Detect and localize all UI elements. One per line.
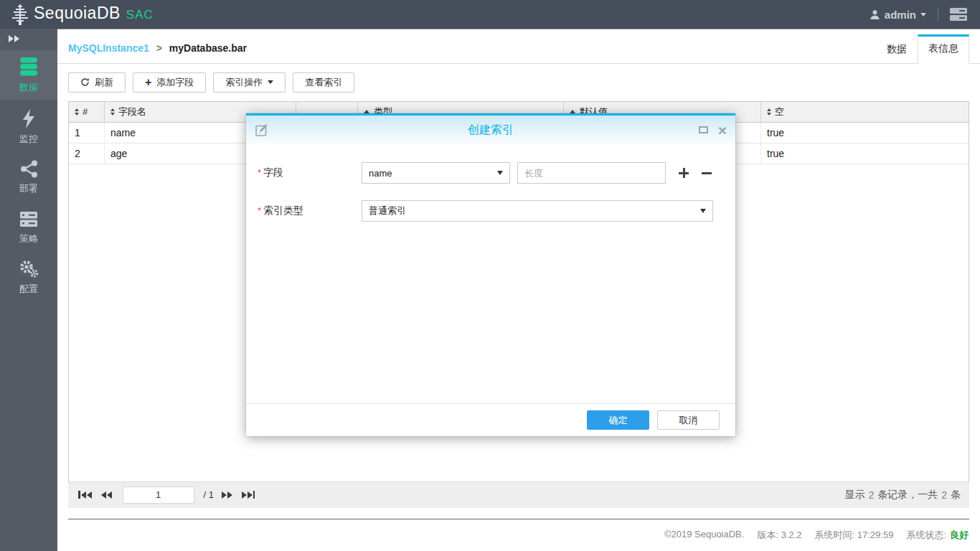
username: admin [885,9,916,21]
brand-logo[interactable]: SequoiaDB SAC [10,4,154,25]
breadcrumb-table-name: myDatabase.bar [169,42,247,54]
remove-row-icon[interactable] [702,168,712,178]
system-status-label: 系统状态: [906,529,946,542]
chevron-down-icon [497,171,503,175]
breadcrumb: MySQLInstance1 > myDatabase.bar [68,42,247,63]
user-icon [870,9,880,20]
required-mark: * [258,205,261,216]
field-label: *字段 [258,166,362,179]
system-status-value: 良好 [950,529,969,542]
brand-suffix: SAC [126,8,154,22]
sort-icon [75,108,79,116]
dialog-header[interactable]: 创建索引 × [246,116,735,144]
field-label: *索引类型 [258,204,362,217]
add-row-icon[interactable] [679,168,689,178]
field-row: *索引类型 普通索引 [258,200,724,222]
required-mark: * [258,167,261,178]
sidebar-item-label: 配置 [19,283,38,296]
ok-button[interactable]: 确定 [587,410,649,430]
first-page-button[interactable] [77,489,93,500]
chevron-down-icon [268,80,273,84]
chevron-down-icon [920,13,926,17]
sidebar: 数据 监控 部署 [0,29,57,551]
length-input[interactable] [517,162,666,184]
total-pages-label: / 1 [204,489,214,500]
system-time-text: 系统时间: 17:29:59 [815,529,894,542]
refresh-button[interactable]: 刷新 [68,72,126,93]
gears-icon [19,260,39,278]
cell-null: true [761,143,969,164]
index-operations-dropdown[interactable]: 索引操作 [213,72,286,93]
breadcrumb-separator: > [156,42,162,54]
sidebar-item-label: 数据 [19,81,38,94]
sidebar-item-data[interactable]: 数据 [0,50,57,100]
view-index-button[interactable]: 查看索引 [293,72,354,93]
divider [938,8,938,21]
top-bar: SequoiaDB SAC admin [0,0,980,29]
select-value: name [369,168,392,179]
plus-icon: + [145,77,151,88]
summary-count: 2 [868,489,874,501]
sidebar-item-label: 部署 [19,182,38,195]
sort-icon [110,108,115,116]
view-tabs: 数据 表信息 [876,34,969,64]
summary-total: 2 [941,489,947,501]
brand-name: SequoiaDB [34,4,121,23]
chevron-down-icon [700,209,706,213]
sort-icon [767,108,771,116]
tab-table-info[interactable]: 表信息 [918,34,969,64]
tab-data[interactable]: 数据 [876,34,918,64]
lightning-icon [21,109,37,128]
select-value: 普通索引 [369,204,406,217]
summary-text: 显示 [844,489,864,501]
column-header-null[interactable]: 空 [761,102,969,122]
refresh-label: 刷新 [95,76,113,89]
index-type-select[interactable]: 普通索引 [362,200,713,222]
version-text: 版本: 3.2.2 [757,529,801,542]
host-list-icon[interactable] [950,8,967,21]
page-footer: ©2019 SequoiaDB. 版本: 3.2.2 系统时间: 17:29:5… [57,519,980,551]
sidebar-item-monitor[interactable]: 监控 [0,103,57,151]
user-menu[interactable]: admin [870,9,926,21]
chevron-right-icon [9,35,14,42]
copyright-text: ©2019 SequoiaDB. [664,529,745,542]
dialog-title: 创建索引 [246,123,735,138]
cancel-button[interactable]: 取消 [657,410,720,430]
restore-window-icon[interactable] [699,126,708,133]
cell-num: 1 [69,123,105,143]
field-label-text: 索引类型 [263,204,303,216]
next-page-button[interactable] [220,490,234,500]
server-stack-icon [19,210,38,228]
column-header-num[interactable]: # [69,102,105,122]
sidebar-item-config[interactable]: 配置 [0,254,57,301]
create-index-dialog: 创建索引 × *字段 name *索引类型 普通索引 [246,113,735,436]
share-icon [20,160,38,178]
toolbar: 刷新 + 添加字段 索引操作 查看索引 [57,64,980,101]
breadcrumb-row: MySQLInstance1 > myDatabase.bar 数据 表信息 [57,29,980,64]
refresh-icon [80,77,90,87]
sidebar-item-strategy[interactable]: 策略 [0,204,57,251]
prev-page-button[interactable] [100,490,113,500]
sequoia-tree-icon [10,4,30,25]
field-label-text: 字段 [263,166,283,178]
column-label: # [83,106,88,117]
index-field-select[interactable]: name [362,162,510,184]
sidebar-item-deploy[interactable]: 部署 [0,154,57,201]
close-icon[interactable]: × [718,123,727,138]
sidebar-expand-button[interactable] [0,29,57,50]
page-number-input[interactable] [123,486,194,504]
dialog-footer: 确定 取消 [246,403,735,436]
summary-text: 条 [951,489,961,501]
view-index-label: 查看索引 [305,76,342,89]
cell-null: true [761,123,969,143]
last-page-button[interactable] [240,489,257,500]
sidebar-item-label: 监控 [19,133,38,146]
sidebar-item-label: 策略 [19,232,38,245]
summary-text: 条记录，一共 [877,489,938,501]
breadcrumb-instance-link[interactable]: MySQLInstance1 [68,42,149,54]
database-icon [19,57,38,77]
add-field-label: 添加字段 [156,76,194,89]
chevron-right-icon [14,35,19,42]
add-field-button[interactable]: + 添加字段 [133,72,206,93]
index-operations-label: 索引操作 [225,76,263,89]
